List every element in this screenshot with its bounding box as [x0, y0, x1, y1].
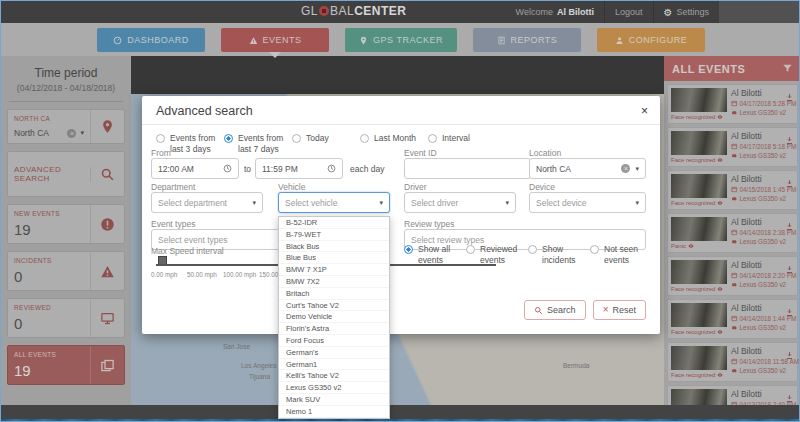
- search-button[interactable]: Search: [524, 300, 586, 320]
- vehicle-dropdown-option[interactable]: BMW 7 X1P: [279, 264, 389, 276]
- vehicle-dropdown-option[interactable]: German1: [279, 359, 389, 371]
- period-radio-option[interactable]: Events from last 7 days: [224, 133, 292, 156]
- chevron-down-icon: ▾: [505, 199, 509, 207]
- vehicle-select[interactable]: Select vehicle ▾: [278, 192, 390, 213]
- radio-icon[interactable]: [404, 245, 413, 254]
- chevron-down-icon: ▾: [635, 165, 639, 173]
- app-window: GLBALCENTER Welcome Al Bilotti Logout ⚙ …: [0, 0, 800, 422]
- vehicle-dropdown-option[interactable]: Demo Vehicle: [279, 311, 389, 323]
- close-icon[interactable]: ×: [641, 104, 648, 118]
- event-id-input[interactable]: [404, 158, 531, 179]
- driver-label: Driver: [404, 182, 427, 192]
- vehicle-dropdown-list: B-52-IDRB-79-WETBlack BusBlue BusBMW 7 X…: [278, 216, 390, 419]
- vehicle-dropdown-option[interactable]: BMW 7X2: [279, 276, 389, 288]
- vehicle-label: Vehicle: [278, 182, 305, 192]
- review-radio-option[interactable]: Not seen events: [590, 244, 652, 267]
- clock-icon: [223, 164, 232, 173]
- modal-title: Advanced search: [156, 104, 253, 118]
- location-label: Location: [529, 148, 561, 158]
- vehicle-dropdown-option[interactable]: B-52-IDR: [279, 217, 389, 229]
- vehicle-dropdown-option[interactable]: Lexus GS350 v2: [279, 382, 389, 394]
- each-day-text: each day: [350, 164, 385, 174]
- vehicle-dropdown-option[interactable]: German's: [279, 347, 389, 359]
- max-speed-label: Max Speed interval: [151, 246, 224, 256]
- vehicle-dropdown-option[interactable]: Nemo 1: [279, 406, 389, 418]
- review-radio-option[interactable]: Reviewed events: [466, 244, 528, 267]
- location-select[interactable]: North CA × ▾: [529, 158, 646, 179]
- radio-icon[interactable]: [360, 134, 369, 143]
- vehicle-dropdown-option[interactable]: Florin's Astra: [279, 323, 389, 335]
- search-icon: [534, 306, 543, 315]
- period-radio-option[interactable]: Interval: [428, 133, 496, 156]
- radio-icon[interactable]: [466, 245, 475, 254]
- period-radio-option[interactable]: Today: [292, 133, 360, 156]
- radio-icon[interactable]: [590, 245, 599, 254]
- period-radio-group: Events from last 3 days Events from last…: [142, 125, 660, 156]
- vehicle-dropdown-option[interactable]: Mark SUV: [279, 394, 389, 406]
- speed-tick: 100.00 mph: [223, 271, 259, 278]
- advanced-search-modal: Advanced search × Events from last 3 day…: [142, 96, 660, 334]
- chevron-down-icon: ▾: [635, 199, 639, 207]
- vehicle-dropdown-option[interactable]: Blue Bus: [279, 252, 389, 264]
- speed-tick: 50.00 mph: [187, 271, 223, 278]
- vehicle-dropdown-option[interactable]: B-79-WET: [279, 229, 389, 241]
- vehicle-dropdown-option[interactable]: Curt's Tahoe V2: [279, 300, 389, 312]
- event-id-label: Event ID: [404, 148, 437, 158]
- review-radio-option[interactable]: Show all events: [404, 244, 466, 267]
- radio-icon[interactable]: [428, 134, 437, 143]
- to-time-input[interactable]: 11:59 PM: [255, 158, 343, 179]
- radio-icon[interactable]: [292, 134, 301, 143]
- device-select[interactable]: Select device ▾: [529, 192, 646, 213]
- from-label: From: [151, 148, 171, 158]
- vehicle-dropdown-option[interactable]: Kelli's Tahoe V2: [279, 370, 389, 382]
- close-icon: ×: [603, 305, 609, 315]
- reset-button[interactable]: × Reset: [593, 300, 646, 320]
- clear-location-icon[interactable]: ×: [621, 164, 630, 173]
- department-select[interactable]: Select department ▾: [151, 192, 263, 213]
- radio-icon[interactable]: [156, 134, 165, 143]
- driver-select[interactable]: Select driver ▾: [404, 192, 516, 213]
- radio-icon[interactable]: [224, 134, 233, 143]
- radio-icon[interactable]: [528, 245, 537, 254]
- review-radio-option[interactable]: Show incidents: [528, 244, 590, 267]
- event-types-label: Event types: [151, 219, 195, 229]
- clock-icon: [327, 164, 336, 173]
- review-radio-group: Show all events Reviewed events Show inc…: [404, 244, 652, 267]
- speed-tick-labels: 0.00 mph50.00 mph100.00 mph150.00 mph: [151, 271, 295, 278]
- vehicle-dropdown-option[interactable]: Ford Focus: [279, 335, 389, 347]
- vehicle-dropdown-option[interactable]: Black Bus: [279, 241, 389, 253]
- department-label: Department: [151, 182, 195, 192]
- speed-tick: 0.00 mph: [151, 271, 187, 278]
- chevron-down-icon: ▾: [252, 199, 256, 207]
- chevron-down-icon: ▾: [379, 199, 383, 207]
- review-types-label: Review types: [404, 219, 455, 229]
- to-text: to: [244, 164, 251, 174]
- from-time-input[interactable]: 12:00 AM: [151, 158, 239, 179]
- device-label: Device: [529, 182, 555, 192]
- vehicle-dropdown-option[interactable]: Britach: [279, 288, 389, 300]
